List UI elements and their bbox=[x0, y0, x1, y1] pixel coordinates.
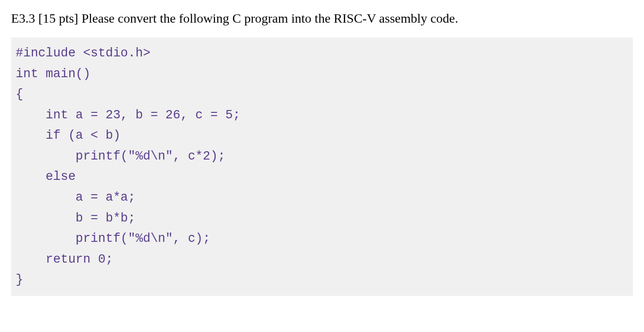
code-line: b = b*b; bbox=[16, 208, 628, 229]
code-line: printf("%d\n", c); bbox=[16, 228, 628, 249]
code-line: int main() bbox=[16, 64, 628, 85]
code-block: #include <stdio.h> int main() { int a = … bbox=[11, 37, 633, 296]
question-prompt: E3.3 [15 pts] Please convert the followi… bbox=[11, 9, 633, 27]
code-line: } bbox=[16, 270, 628, 290]
code-line: a = a*a; bbox=[16, 187, 628, 208]
code-line: else bbox=[16, 166, 628, 187]
code-line: return 0; bbox=[16, 249, 628, 270]
code-line: if (a < b) bbox=[16, 125, 628, 146]
code-line: #include <stdio.h> bbox=[16, 43, 628, 64]
code-line: int a = 23, b = 26, c = 5; bbox=[16, 105, 628, 126]
code-line: { bbox=[16, 84, 628, 105]
code-line: printf("%d\n", c*2); bbox=[16, 146, 628, 167]
